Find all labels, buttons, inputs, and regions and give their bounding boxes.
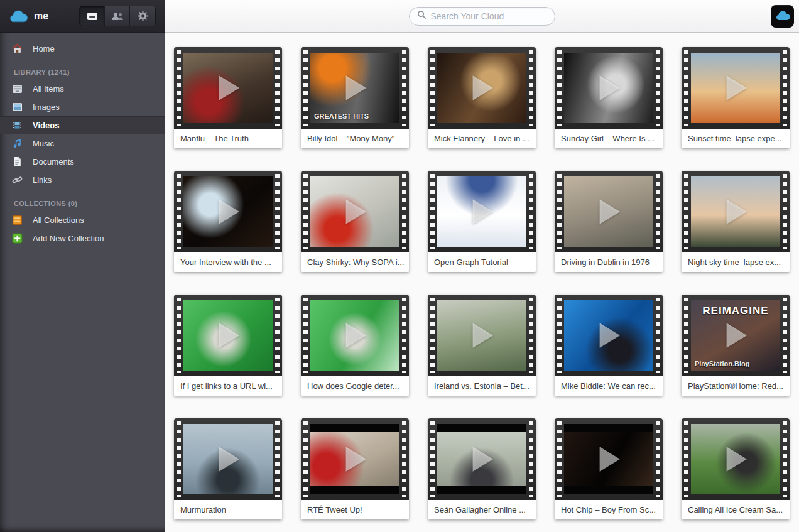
sidebar-item-label: All Items xyxy=(33,84,64,94)
video-card-se-n-gallagher-online[interactable]: Seán Gallagher Online ... xyxy=(428,418,536,519)
collections-icon xyxy=(12,215,23,225)
sidebar-item-links[interactable]: Links xyxy=(0,171,165,189)
video-card-sunday-girl-where-is[interactable]: Sunday Girl – Where Is ... xyxy=(555,47,663,148)
video-thumbnail xyxy=(174,171,282,252)
video-thumbnail: REIMAGINE PlayStation.Blog xyxy=(682,295,790,376)
people-sharing-button[interactable] xyxy=(105,6,130,26)
sidebar-item-images[interactable]: Images xyxy=(0,98,165,116)
video-title: PlayStation®Home: Red... xyxy=(682,376,790,396)
filmstrip-holes-right xyxy=(529,50,533,126)
filmstrip-holes-left xyxy=(557,421,562,497)
thumbnail-image xyxy=(183,300,273,371)
video-card-manflu-the-truth[interactable]: Manflu – The Truth xyxy=(174,47,282,148)
thumbnail-image xyxy=(183,53,273,123)
sidebar-item-add-new-collection[interactable]: Add New Collection xyxy=(0,229,165,247)
sidebar-item-home[interactable]: Home xyxy=(0,40,165,58)
sidebar-item-music[interactable]: Music xyxy=(0,134,165,153)
search-input[interactable] xyxy=(431,11,547,21)
video-card-rt-tweet-up[interactable]: RTÉ Tweet Up! xyxy=(301,418,409,519)
filmstrip-holes-right xyxy=(529,174,533,249)
play-icon xyxy=(211,318,245,352)
video-title: If I get links to a URL wi... xyxy=(174,376,282,396)
video-card-clay-shirky-why-sopa-i[interactable]: Clay Shirky: Why SOPA i... xyxy=(301,171,409,272)
filmstrip-holes-left xyxy=(177,50,181,126)
filmstrip-holes-left xyxy=(557,50,562,126)
sidebar-item-all-items[interactable]: All Items xyxy=(0,80,165,98)
main-area: Manflu – The Truth GREATEST HITS Billy I… xyxy=(165,0,799,532)
sidebar: me HomeLIBRARY (1241)All ItemsImagesVide… xyxy=(0,0,165,532)
documents-icon xyxy=(12,156,23,167)
thumbnail-image: REIMAGINE PlayStation.Blog xyxy=(691,300,780,371)
filmstrip-holes-left xyxy=(303,298,308,373)
thumbnail-image xyxy=(691,176,780,247)
sidebar-item-videos[interactable]: Videos xyxy=(0,116,165,134)
filmstrip-holes-right xyxy=(275,298,280,373)
thumbnail-image xyxy=(437,300,526,371)
filmstrip-holes-left xyxy=(684,298,688,373)
video-title: How does Google deter... xyxy=(301,376,409,396)
video-card-murmuration[interactable]: Murmuration xyxy=(174,418,282,519)
video-card-if-i-get-links-to-a-url-wi[interactable]: If I get links to a URL wi... xyxy=(174,295,282,396)
video-card-night-sky-time-lapse-ex[interactable]: Night sky time–lapse ex... xyxy=(682,171,790,272)
video-thumbnail xyxy=(555,47,663,129)
video-card-your-interview-with-the[interactable]: Your Interview with the ... xyxy=(174,171,282,272)
play-icon xyxy=(465,442,499,476)
search-box[interactable] xyxy=(409,7,555,26)
home-icon xyxy=(12,43,23,54)
video-title: Billy Idol – "Mony Mony" xyxy=(301,129,409,148)
video-card-mick-flannery-love-in[interactable]: Mick Flannery – Love in ... xyxy=(428,47,536,148)
thumbnail-overlay-bottom-text: GREATEST HITS xyxy=(314,112,369,120)
play-icon xyxy=(592,318,626,352)
play-icon xyxy=(592,195,626,229)
video-title: RTÉ Tweet Up! xyxy=(301,500,409,519)
thumbnail-image xyxy=(310,300,400,371)
library-view-button[interactable] xyxy=(80,6,105,26)
thumbnail-image xyxy=(564,176,653,247)
play-icon xyxy=(465,195,499,229)
images-icon xyxy=(12,102,23,112)
video-card-calling-all-ice-cream-sa[interactable]: Calling All Ice Cream Sa... xyxy=(682,418,790,519)
filmstrip-holes-left xyxy=(430,50,435,126)
sidebar-item-label: Videos xyxy=(33,121,59,130)
video-card-playstation-home-red[interactable]: REIMAGINE PlayStation.Blog PlayStation®H… xyxy=(682,295,790,396)
toolbar-segmented-control xyxy=(79,6,156,26)
thumbnail-image xyxy=(564,424,653,494)
video-thumbnail xyxy=(428,295,536,376)
gear-icon xyxy=(138,11,148,21)
filmstrip-holes-right xyxy=(656,298,660,373)
video-card-hot-chip-boy-from-sc[interactable]: Hot Chip – Boy From Sc... xyxy=(555,418,663,519)
cloud-status-button[interactable] xyxy=(771,5,794,28)
video-grid: Manflu – The Truth GREATEST HITS Billy I… xyxy=(165,33,799,532)
sidebar-item-documents[interactable]: Documents xyxy=(0,153,165,171)
video-card-mike-biddle-we-can-rec[interactable]: Mike Biddle: We can rec... xyxy=(555,295,663,396)
thumbnail-image xyxy=(183,424,273,494)
sidebar-section-header: LIBRARY (1241) xyxy=(14,68,165,76)
thumbnail-image xyxy=(310,424,400,494)
play-icon xyxy=(211,71,245,105)
settings-button[interactable] xyxy=(130,6,155,26)
sidebar-section-header: COLLECTIONS (0) xyxy=(14,200,165,207)
thumbnail-image: GREATEST HITS xyxy=(310,53,400,123)
play-icon xyxy=(719,318,753,352)
video-card-how-does-google-deter[interactable]: How does Google deter... xyxy=(301,295,409,396)
video-title: Clay Shirky: Why SOPA i... xyxy=(301,252,409,272)
video-card-billy-idol-mony-mony[interactable]: GREATEST HITS Billy Idol – "Mony Mony" xyxy=(301,47,409,148)
video-card-ireland-vs-estonia-bet[interactable]: Ireland vs. Estonia – Bet... xyxy=(428,295,536,396)
app-window: me HomeLIBRARY (1241)All ItemsImagesVide… xyxy=(0,0,799,532)
video-title: Seán Gallagher Online ... xyxy=(428,500,536,519)
video-card-sunset-time-lapse-expe[interactable]: Sunset time–lapse expe... xyxy=(682,47,790,148)
video-card-driving-in-dublin-in-1976[interactable]: Driving in Dublin in 1976 xyxy=(555,171,663,272)
drawer-icon xyxy=(87,12,98,21)
video-thumbnail xyxy=(682,47,790,129)
video-title: Driving in Dublin in 1976 xyxy=(555,252,663,272)
filmstrip-holes-right xyxy=(656,421,660,497)
sidebar-item-label: Images xyxy=(33,102,60,112)
play-icon xyxy=(338,442,372,476)
thumbnail-image xyxy=(437,53,526,123)
sidebar-item-all-collections[interactable]: All Collections xyxy=(0,211,165,229)
video-card-open-graph-tutorial[interactable]: Open Graph Tutorial xyxy=(428,171,536,272)
topbar xyxy=(165,0,799,33)
filmstrip-holes-left xyxy=(177,421,181,497)
video-thumbnail xyxy=(174,295,282,376)
play-icon xyxy=(211,195,245,229)
